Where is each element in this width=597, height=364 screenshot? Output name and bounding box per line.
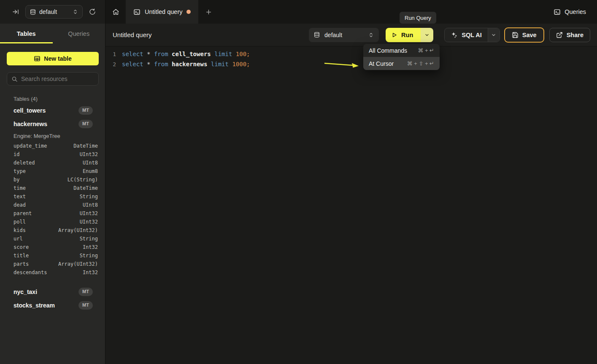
- spacer: [0, 281, 105, 285]
- column-row: parentUInt32: [0, 209, 105, 218]
- run-query-tooltip: Run Query: [400, 12, 436, 24]
- tab-untitled-query[interactable]: Untitled query: [126, 0, 198, 24]
- column-type: String: [80, 253, 98, 259]
- sql-token: [211, 51, 214, 57]
- new-table-button[interactable]: New table: [7, 52, 99, 65]
- column-name: dead: [14, 202, 83, 208]
- column-type: Array(UInt32): [58, 261, 98, 267]
- sql-token: [232, 51, 235, 57]
- sql-token: 100: [236, 51, 246, 57]
- database-icon: [30, 9, 36, 15]
- database-selector[interactable]: default: [25, 5, 83, 19]
- queries-panel-button[interactable]: Queries: [554, 8, 586, 16]
- sql-token: from: [154, 61, 168, 67]
- share-icon: [556, 32, 563, 38]
- sql-token: limit: [211, 61, 229, 67]
- sidebar-tab-queries[interactable]: Queries: [53, 24, 105, 43]
- plus-icon: [205, 9, 212, 15]
- database-selector-value: default: [39, 8, 69, 15]
- table-item-hackernews[interactable]: hackernewsMT: [0, 117, 105, 131]
- sidebar-tab-tables[interactable]: Tables: [0, 24, 53, 43]
- column-type: String: [80, 236, 98, 242]
- collapse-sidebar-button[interactable]: [10, 6, 21, 17]
- home-button[interactable]: [105, 0, 126, 24]
- column-row: pollUInt32: [0, 218, 105, 226]
- column-type: LC(String): [68, 177, 98, 183]
- table-icon: [34, 55, 41, 62]
- engine-badge: MT: [78, 301, 93, 309]
- sql-token: select: [122, 61, 143, 67]
- sql-ai-button[interactable]: SQL AI: [445, 28, 488, 42]
- columns-list: update_timeDateTimeidUInt32deletedUInt8t…: [0, 141, 105, 281]
- chevron-down-icon: [491, 32, 496, 38]
- save-icon: [512, 32, 519, 38]
- run-button[interactable]: Run: [386, 28, 421, 42]
- engine-badge: MT: [78, 106, 93, 114]
- home-icon: [112, 8, 119, 16]
- sidebar: Tables Queries New table Tables (4) cell…: [0, 24, 105, 364]
- query-title: Untitled query: [113, 31, 152, 38]
- topbar-right: Queries: [554, 0, 597, 24]
- sql-token: [143, 61, 147, 67]
- column-row: partsArray(UInt32): [0, 260, 105, 268]
- sql-editor[interactable]: 1select * from cell_towers limit 100;2se…: [105, 46, 597, 69]
- column-name: id: [14, 151, 80, 157]
- column-row: typeEnum8: [0, 167, 105, 175]
- table-item-cell_towers[interactable]: cell_towersMT: [0, 104, 105, 117]
- new-tab-button[interactable]: [198, 0, 219, 24]
- active-tab-underline: [0, 42, 53, 43]
- chevron-down-icon: [424, 32, 430, 38]
- column-type: UInt32: [80, 210, 98, 216]
- toolbar-database-selector[interactable]: default: [309, 28, 379, 42]
- sql-ai-split-button: SQL AI: [444, 28, 500, 42]
- column-row: idUInt32: [0, 150, 105, 159]
- sql-token: [150, 61, 154, 67]
- column-name: parts: [14, 261, 58, 267]
- sql-token: [143, 51, 147, 57]
- save-button[interactable]: Save: [504, 27, 544, 43]
- search-input[interactable]: [21, 75, 94, 82]
- run-options-button[interactable]: [421, 28, 433, 42]
- sql-token: hackernews: [172, 61, 207, 67]
- topbar: default Untitled query: [0, 0, 597, 24]
- column-type: UInt8: [83, 202, 98, 208]
- sql-ai-options-button[interactable]: [488, 28, 500, 42]
- tab-label: Untitled query: [145, 8, 182, 15]
- column-name: url: [14, 236, 80, 242]
- refresh-button[interactable]: [87, 6, 98, 17]
- table-name: hackernews: [14, 121, 78, 127]
- terminal-icon: [133, 8, 140, 16]
- app: default Untitled query: [0, 0, 597, 364]
- column-name: deleted: [14, 160, 83, 166]
- engine-badge: MT: [78, 288, 93, 296]
- column-row: textString: [0, 192, 105, 201]
- sql-token: [168, 61, 172, 67]
- search-icon: [11, 76, 18, 82]
- query-toolbar: Untitled query default Run: [105, 24, 597, 46]
- menu-item-at-cursor[interactable]: At Cursor⌘ + ⇧ + ↵: [363, 57, 440, 70]
- column-type: DateTime: [73, 143, 98, 149]
- column-type: DateTime: [73, 185, 98, 191]
- menu-item-all-commands[interactable]: All Commands⌘ + ↵: [363, 44, 440, 57]
- column-type: Int32: [83, 244, 98, 250]
- line-number: 1: [105, 51, 116, 57]
- database-icon: [314, 32, 320, 38]
- share-button[interactable]: Share: [549, 28, 590, 42]
- column-type: Int32: [83, 270, 98, 275]
- chevrons-updown-icon: [368, 32, 374, 38]
- column-name: kids: [14, 227, 58, 233]
- column-row: scoreInt32: [0, 243, 105, 251]
- menu-item-label: At Cursor: [369, 60, 404, 67]
- column-name: poll: [14, 219, 80, 225]
- refresh-icon: [89, 8, 96, 15]
- column-row: urlString: [0, 235, 105, 243]
- table-item-stocks_stream[interactable]: stocks_streamMT: [0, 299, 105, 312]
- column-row: kidsArray(UInt32): [0, 226, 105, 235]
- column-name: descendants: [14, 270, 83, 275]
- column-name: parent: [14, 210, 80, 216]
- sidebar-tabs: Tables Queries: [0, 24, 105, 43]
- sql-token: [207, 61, 211, 67]
- run-split-button: Run: [386, 28, 433, 42]
- tables-section-title: Tables (4): [14, 96, 105, 102]
- table-item-nyc_taxi[interactable]: nyc_taxiMT: [0, 285, 105, 299]
